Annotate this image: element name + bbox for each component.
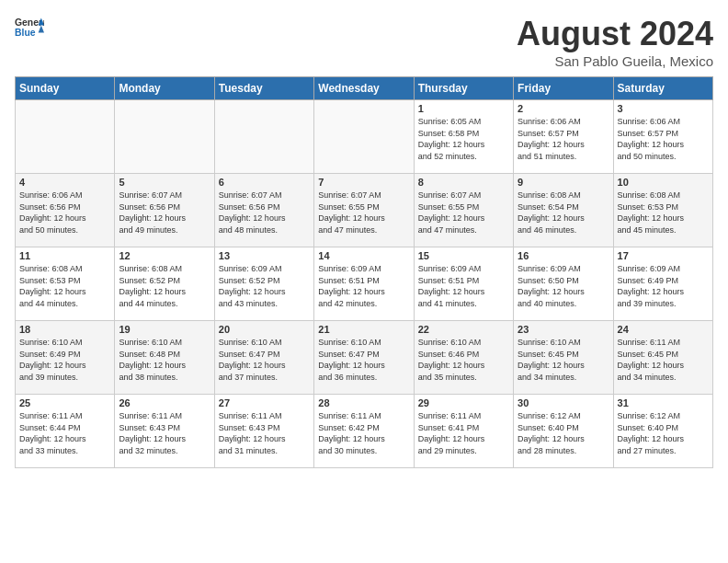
calendar-cell: 24Sunrise: 6:11 AMSunset: 6:45 PMDayligh… — [613, 321, 712, 395]
cell-info: Sunrise: 6:11 AMSunset: 6:44 PMDaylight:… — [19, 410, 110, 456]
weekday-header-sunday: Sunday — [16, 77, 115, 100]
weekday-header-tuesday: Tuesday — [214, 77, 313, 100]
cell-info: Sunrise: 6:08 AMSunset: 6:54 PMDaylight:… — [518, 190, 609, 236]
calendar-week-2: 4Sunrise: 6:06 AMSunset: 6:56 PMDaylight… — [16, 174, 713, 247]
calendar-cell: 23Sunrise: 6:10 AMSunset: 6:45 PMDayligh… — [514, 321, 613, 395]
cell-info: Sunrise: 6:12 AMSunset: 6:40 PMDaylight:… — [618, 410, 709, 456]
cell-info: Sunrise: 6:09 AMSunset: 6:49 PMDaylight:… — [618, 263, 709, 309]
cell-info: Sunrise: 6:09 AMSunset: 6:50 PMDaylight:… — [518, 263, 609, 309]
day-number: 14 — [318, 250, 409, 261]
day-number: 30 — [518, 397, 609, 408]
weekday-header-saturday: Saturday — [613, 77, 712, 100]
cell-info: Sunrise: 6:10 AMSunset: 6:45 PMDaylight:… — [518, 337, 609, 383]
cell-info: Sunrise: 6:06 AMSunset: 6:57 PMDaylight:… — [518, 116, 609, 162]
day-number: 9 — [518, 177, 609, 188]
day-number: 2 — [518, 103, 609, 114]
cell-info: Sunrise: 6:09 AMSunset: 6:51 PMDaylight:… — [318, 263, 409, 309]
cell-info: Sunrise: 6:10 AMSunset: 6:48 PMDaylight:… — [119, 337, 210, 383]
weekday-header-thursday: Thursday — [414, 77, 513, 100]
calendar-cell: 9Sunrise: 6:08 AMSunset: 6:54 PMDaylight… — [514, 174, 613, 247]
day-number: 24 — [618, 324, 709, 335]
calendar-cell: 26Sunrise: 6:11 AMSunset: 6:43 PMDayligh… — [115, 395, 214, 468]
day-number: 15 — [418, 250, 509, 261]
calendar-cell: 4Sunrise: 6:06 AMSunset: 6:56 PMDaylight… — [16, 174, 115, 247]
day-number: 27 — [219, 397, 310, 408]
logo: General Blue — [15, 15, 44, 40]
cell-info: Sunrise: 6:08 AMSunset: 6:53 PMDaylight:… — [19, 263, 110, 309]
cell-info: Sunrise: 6:05 AMSunset: 6:58 PMDaylight:… — [418, 116, 509, 162]
cell-info: Sunrise: 6:10 AMSunset: 6:47 PMDaylight:… — [219, 337, 310, 383]
day-number: 13 — [219, 250, 310, 261]
calendar-cell: 31Sunrise: 6:12 AMSunset: 6:40 PMDayligh… — [613, 395, 712, 468]
calendar-cell — [214, 100, 313, 174]
day-number: 8 — [418, 177, 509, 188]
cell-info: Sunrise: 6:11 AMSunset: 6:43 PMDaylight:… — [119, 410, 210, 456]
calendar-cell: 13Sunrise: 6:09 AMSunset: 6:52 PMDayligh… — [214, 247, 313, 321]
day-number: 1 — [418, 103, 509, 114]
day-number: 6 — [219, 177, 310, 188]
calendar-cell: 16Sunrise: 6:09 AMSunset: 6:50 PMDayligh… — [514, 247, 613, 321]
calendar-cell: 29Sunrise: 6:11 AMSunset: 6:41 PMDayligh… — [414, 395, 513, 468]
day-number: 25 — [19, 397, 110, 408]
day-number: 21 — [318, 324, 409, 335]
svg-text:Blue: Blue — [15, 28, 36, 38]
calendar-cell — [314, 100, 414, 174]
cell-info: Sunrise: 6:08 AMSunset: 6:52 PMDaylight:… — [119, 263, 210, 309]
cell-info: Sunrise: 6:11 AMSunset: 6:41 PMDaylight:… — [418, 410, 509, 456]
location-subtitle: San Pablo Gueila, Mexico — [517, 53, 713, 69]
calendar-cell: 2Sunrise: 6:06 AMSunset: 6:57 PMDaylight… — [514, 100, 613, 174]
cell-info: Sunrise: 6:11 AMSunset: 6:43 PMDaylight:… — [219, 410, 310, 456]
day-number: 29 — [418, 397, 509, 408]
calendar-week-5: 25Sunrise: 6:11 AMSunset: 6:44 PMDayligh… — [16, 395, 713, 468]
weekday-header-monday: Monday — [115, 77, 214, 100]
day-number: 17 — [618, 250, 709, 261]
calendar-cell: 7Sunrise: 6:07 AMSunset: 6:55 PMDaylight… — [314, 174, 414, 247]
calendar-cell: 27Sunrise: 6:11 AMSunset: 6:43 PMDayligh… — [214, 395, 313, 468]
calendar-cell: 6Sunrise: 6:07 AMSunset: 6:56 PMDaylight… — [214, 174, 313, 247]
calendar-cell — [16, 100, 115, 174]
day-number: 11 — [19, 250, 110, 261]
title-area: August 2024 San Pablo Gueila, Mexico — [517, 15, 713, 69]
calendar-cell: 17Sunrise: 6:09 AMSunset: 6:49 PMDayligh… — [613, 247, 712, 321]
day-number: 23 — [518, 324, 609, 335]
calendar-table: SundayMondayTuesdayWednesdayThursdayFrid… — [15, 76, 713, 468]
cell-info: Sunrise: 6:07 AMSunset: 6:56 PMDaylight:… — [219, 190, 310, 236]
calendar-body: 1Sunrise: 6:05 AMSunset: 6:58 PMDaylight… — [16, 100, 713, 468]
cell-info: Sunrise: 6:11 AMSunset: 6:45 PMDaylight:… — [618, 337, 709, 383]
calendar-week-4: 18Sunrise: 6:10 AMSunset: 6:49 PMDayligh… — [16, 321, 713, 395]
calendar-cell: 5Sunrise: 6:07 AMSunset: 6:56 PMDaylight… — [115, 174, 214, 247]
day-number: 28 — [318, 397, 409, 408]
cell-info: Sunrise: 6:10 AMSunset: 6:49 PMDaylight:… — [19, 337, 110, 383]
cell-info: Sunrise: 6:12 AMSunset: 6:40 PMDaylight:… — [518, 410, 609, 456]
day-number: 26 — [119, 397, 210, 408]
calendar-header: SundayMondayTuesdayWednesdayThursdayFrid… — [16, 77, 713, 100]
calendar-cell: 11Sunrise: 6:08 AMSunset: 6:53 PMDayligh… — [16, 247, 115, 321]
calendar-cell: 22Sunrise: 6:10 AMSunset: 6:46 PMDayligh… — [414, 321, 513, 395]
day-number: 20 — [219, 324, 310, 335]
cell-info: Sunrise: 6:09 AMSunset: 6:52 PMDaylight:… — [219, 263, 310, 309]
cell-info: Sunrise: 6:08 AMSunset: 6:53 PMDaylight:… — [618, 190, 709, 236]
cell-info: Sunrise: 6:09 AMSunset: 6:51 PMDaylight:… — [418, 263, 509, 309]
calendar-cell: 1Sunrise: 6:05 AMSunset: 6:58 PMDaylight… — [414, 100, 513, 174]
day-number: 4 — [19, 177, 110, 188]
cell-info: Sunrise: 6:06 AMSunset: 6:57 PMDaylight:… — [618, 116, 709, 162]
day-number: 16 — [518, 250, 609, 261]
day-number: 7 — [318, 177, 409, 188]
calendar-week-3: 11Sunrise: 6:08 AMSunset: 6:53 PMDayligh… — [16, 247, 713, 321]
calendar-cell: 19Sunrise: 6:10 AMSunset: 6:48 PMDayligh… — [115, 321, 214, 395]
calendar-cell: 20Sunrise: 6:10 AMSunset: 6:47 PMDayligh… — [214, 321, 313, 395]
day-number: 10 — [618, 177, 709, 188]
calendar-cell: 8Sunrise: 6:07 AMSunset: 6:55 PMDaylight… — [414, 174, 513, 247]
calendar-cell: 12Sunrise: 6:08 AMSunset: 6:52 PMDayligh… — [115, 247, 214, 321]
day-number: 12 — [119, 250, 210, 261]
cell-info: Sunrise: 6:07 AMSunset: 6:56 PMDaylight:… — [119, 190, 210, 236]
cell-info: Sunrise: 6:06 AMSunset: 6:56 PMDaylight:… — [19, 190, 110, 236]
weekday-header-row: SundayMondayTuesdayWednesdayThursdayFrid… — [16, 77, 713, 100]
cell-info: Sunrise: 6:07 AMSunset: 6:55 PMDaylight:… — [318, 190, 409, 236]
cell-info: Sunrise: 6:11 AMSunset: 6:42 PMDaylight:… — [318, 410, 409, 456]
calendar-cell: 14Sunrise: 6:09 AMSunset: 6:51 PMDayligh… — [314, 247, 414, 321]
calendar-cell: 3Sunrise: 6:06 AMSunset: 6:57 PMDaylight… — [613, 100, 712, 174]
cell-info: Sunrise: 6:10 AMSunset: 6:46 PMDaylight:… — [418, 337, 509, 383]
weekday-header-wednesday: Wednesday — [314, 77, 414, 100]
day-number: 19 — [119, 324, 210, 335]
